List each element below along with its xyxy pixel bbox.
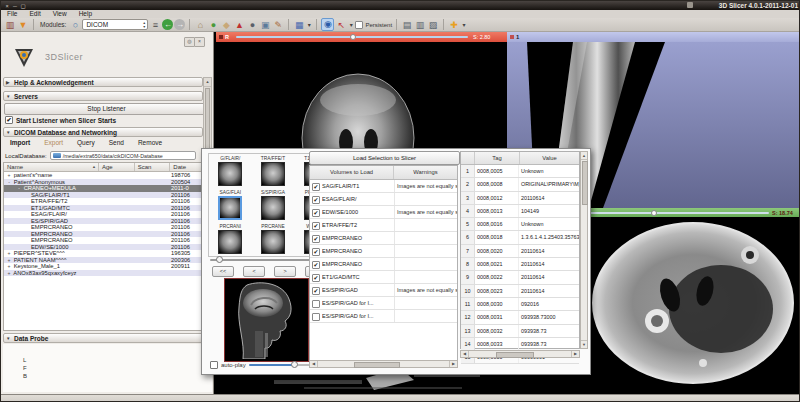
table-row[interactable]: + ANOx83ax95qxaxyfceyz (4, 270, 204, 277)
tab-item[interactable]: Query (70, 139, 102, 146)
volume-row[interactable]: ES/SPIR/GAD Images are not equally space… (310, 284, 457, 297)
volume-checkbox[interactable] (312, 261, 320, 269)
local-database-field[interactable]: /media/extra650/data/ctkDICOM-Database (50, 151, 196, 160)
layout-icon[interactable]: ▦ (293, 19, 305, 31)
tab-item[interactable]: Export (37, 139, 70, 146)
metadata-vscrollbar[interactable]: ▲▼ (580, 151, 588, 349)
section-servers[interactable]: Servers (3, 91, 203, 101)
volume-row[interactable]: EMPRCRANEO (310, 258, 457, 271)
volume-row[interactable]: EDW/SE/1000 Images are not equally space… (310, 206, 457, 219)
volume-row[interactable]: SAG/FLAIR/T1 Images are not equally spac… (310, 180, 457, 193)
autoplay-checkbox[interactable] (210, 361, 218, 369)
menu-item[interactable]: Help (73, 10, 98, 18)
extensions-icon[interactable]: ● (207, 19, 219, 31)
volume-checkbox[interactable] (312, 183, 320, 191)
modules-combobox[interactable]: DICOM (82, 19, 148, 30)
metadata-row[interactable]: 8 0008,0021 20110614 (461, 258, 579, 271)
screen-capture-icon[interactable]: ▤ (401, 19, 413, 31)
metadata-row[interactable]: 10 0008,0023 20110614 (461, 285, 579, 298)
series-thumbnail[interactable]: S/SPIR/GA (252, 188, 295, 222)
nav-button[interactable]: < (243, 266, 265, 277)
volume-row[interactable]: ES/SPIR/GAD for I... (310, 297, 457, 310)
tag-column-header[interactable]: Tag (475, 152, 520, 164)
metadata-row[interactable]: 5 0008,0016 Unknown (461, 218, 579, 231)
metadata-row[interactable]: 7 0008,0020 20110614 (461, 245, 579, 258)
mouse-interaction-icon[interactable]: ↖ (335, 19, 347, 31)
volume-checkbox[interactable] (312, 222, 320, 230)
series-thumbnail[interactable]: PRCRANI (209, 222, 252, 256)
volume-checkbox[interactable] (312, 274, 320, 282)
tab-item[interactable]: Import (3, 139, 37, 146)
series-thumbnail[interactable]: G/FLAIR/ (209, 154, 252, 188)
pin-icon[interactable] (219, 35, 223, 39)
metadata-row[interactable]: 11 0008,0030 092016 (461, 298, 579, 311)
volumes-hscrollbar[interactable]: ◀▶ (309, 360, 458, 368)
slider-handle[interactable] (350, 34, 356, 40)
tab-item[interactable]: Remove (131, 139, 169, 146)
column-header-scan[interactable]: Scan (135, 163, 171, 171)
column-header-age[interactable]: Age (99, 163, 135, 171)
stop-listener-button[interactable]: Stop Listener (4, 103, 209, 115)
search-icon[interactable]: ○ (69, 19, 81, 31)
speed-slider-handle[interactable] (291, 361, 298, 368)
save-scene-icon[interactable]: ▼ (17, 19, 29, 31)
scroll-up-icon[interactable]: ▲ (204, 78, 211, 87)
series-thumbnail[interactable]: TRA/FFE/T (252, 154, 295, 188)
slider-handle[interactable] (651, 210, 657, 216)
red-slice-controller[interactable]: R S: 2.80 (216, 32, 507, 42)
volumes-icon[interactable]: ▲ (233, 19, 245, 31)
series-thumbnail[interactable]: PRCRANE (252, 222, 295, 256)
mouse-mode-dropdown-icon[interactable]: ▾ (348, 19, 354, 31)
metadata-row[interactable]: 6 0008,0018 1.3.6.1.4.1.25403.35763 (461, 231, 579, 244)
nav-button[interactable]: > (274, 266, 296, 277)
thumbnail-slider-handle[interactable] (216, 256, 223, 263)
section-dicom-database[interactable]: DICOM Database and Networking (3, 127, 203, 137)
volume-checkbox[interactable] (312, 313, 320, 321)
load-selection-button[interactable]: Load Selection to Slicer (309, 151, 460, 165)
add-data-icon[interactable]: ✚ (448, 19, 460, 31)
persistent-checkbox[interactable]: Persistent (355, 21, 392, 29)
volume-row[interactable]: EMPRCRANEO (310, 232, 457, 245)
section-data-probe[interactable]: Data Probe (3, 333, 203, 343)
metadata-row[interactable]: 13 0008,0032 093938.73 (461, 325, 579, 338)
volumes-header-warnings[interactable]: Warnings (394, 166, 457, 179)
metadata-row[interactable]: 12 0008,0031 093938.73000 (461, 311, 579, 324)
value-column-header[interactable]: Value (520, 152, 579, 164)
volume-checkbox[interactable] (312, 209, 320, 217)
menu-item[interactable]: File (1, 10, 23, 18)
volume-checkbox[interactable] (312, 287, 320, 295)
volume-checkbox[interactable] (312, 196, 320, 204)
series-preview[interactable] (224, 278, 309, 362)
back-icon[interactable]: ← (162, 19, 173, 30)
panel-close-icon[interactable]: × (194, 37, 205, 47)
column-header-name[interactable]: Name ▲ (4, 163, 99, 171)
annotation-icon[interactable]: ✎ (272, 19, 284, 31)
module-wizard-icon[interactable]: ◆ (220, 19, 232, 31)
start-listener-checkbox[interactable]: ✔ Start Listener when Slicer Starts (5, 116, 116, 124)
add-data-dropdown-icon[interactable]: ▾ (461, 19, 467, 31)
layout-dropdown-icon[interactable]: ▾ (306, 19, 312, 31)
scene-view-restore-icon[interactable]: ▨ (427, 19, 439, 31)
home-icon[interactable]: ⌂ (194, 19, 206, 31)
crosshair-icon[interactable]: ◉ (321, 18, 334, 31)
volume-row[interactable]: ET1/GAD/MTC (310, 271, 457, 284)
forward-icon[interactable]: → (174, 19, 185, 30)
threed-view-header[interactable]: 1 (507, 32, 800, 42)
models-icon[interactable]: ● (246, 19, 258, 31)
volume-row[interactable]: EMPRCRANEO (310, 245, 457, 258)
volume-row[interactable]: ETRA/FFE/T2 (310, 219, 457, 232)
volume-row[interactable]: ESAG/FLAIR/ (310, 193, 457, 206)
metadata-row[interactable]: 4 0008,0013 104149 (461, 205, 579, 218)
scene-view-icon[interactable]: ▥ (414, 19, 426, 31)
menu-item[interactable]: Edit (23, 10, 46, 18)
nav-button[interactable]: << (212, 266, 234, 277)
volume-checkbox[interactable] (312, 300, 320, 308)
module-panel-icon[interactable]: ≡ (149, 19, 161, 31)
tab-item[interactable]: Send (102, 139, 131, 146)
volume-row[interactable]: ES/SPIR/GAD for I... (310, 310, 457, 323)
metadata-row[interactable]: 9 0008,0022 20110614 (461, 271, 579, 284)
column-header-date[interactable]: Date (170, 163, 204, 171)
section-help-acknowledgement[interactable]: Help & Acknowledgement (3, 77, 203, 87)
load-scene-icon[interactable]: ▥ (4, 19, 16, 31)
screenshot-icon[interactable]: ▣ (259, 19, 271, 31)
